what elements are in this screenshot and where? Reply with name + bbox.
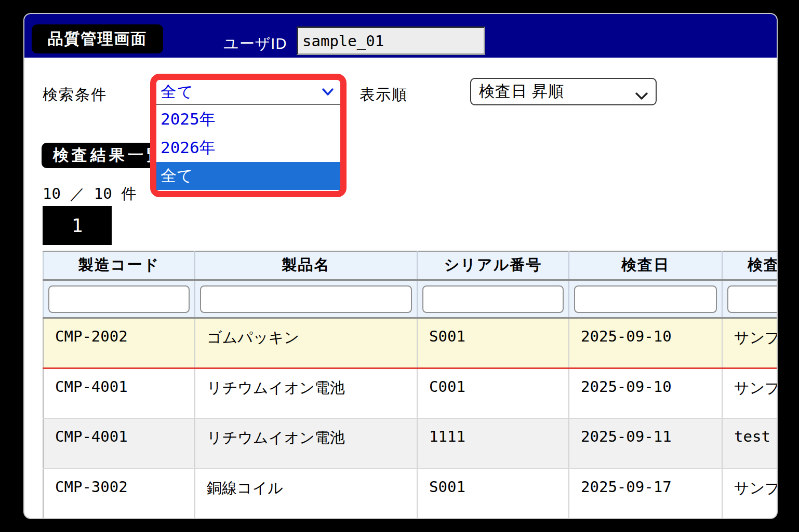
sort-order-value: 検査日 昇順: [479, 81, 564, 102]
dropdown-option-all[interactable]: 全て: [156, 162, 340, 190]
cell-product-name: ゴムパッキン: [195, 318, 417, 368]
cell-manufacturing-code: CMP-3002: [43, 469, 195, 519]
column-header-serial-number: シリアル番号: [417, 251, 569, 280]
chevron-down-icon: [635, 87, 648, 105]
cell-serial-number: C001: [417, 368, 569, 418]
table-row[interactable]: CMP-4001 リチウムイオン電池 C001 2025-09-10 サンプ: [43, 368, 778, 418]
cell-product-name: リチウムイオン電池: [195, 368, 417, 418]
cell-manufacturing-code: CMP-4001: [43, 368, 195, 418]
filter-input-serial-number[interactable]: [422, 285, 564, 313]
filter-input-manufacturing-code[interactable]: [48, 285, 190, 313]
search-condition-label: 検索条件: [43, 85, 107, 105]
cell-inspection-date: 2025-09-11: [569, 418, 722, 469]
table-row[interactable]: CMP-4001 リチウムイオン電池 1111 2025-09-11 test: [43, 418, 778, 469]
chevron-down-icon: [322, 87, 334, 99]
cell-manufacturing-code: CMP-4001: [43, 418, 195, 469]
page-title: 品質管理画面: [32, 24, 163, 53]
dropdown-panel: 2025年 2026年 全て: [156, 105, 340, 190]
cell-serial-number: S001: [417, 318, 569, 368]
table-header-row: 製造コード 製品名 シリアル番号 検査日 検査: [43, 251, 778, 280]
filter-input-inspector[interactable]: [727, 285, 778, 313]
cell-inspection-date: 2025-09-10: [569, 368, 722, 418]
column-header-product-name: 製品名: [195, 251, 417, 280]
result-count: 10 ／ 10 件: [43, 184, 136, 204]
search-condition-select[interactable]: 全て: [156, 80, 340, 105]
cell-serial-number: S001: [417, 469, 569, 519]
user-id-input[interactable]: [297, 26, 485, 55]
search-condition-value: 全て: [156, 80, 340, 104]
filter-row: [43, 280, 778, 318]
column-header-inspection-date: 検査日: [569, 251, 722, 280]
cell-product-name: 銅線コイル: [195, 469, 417, 519]
screen-background: 品質管理画面 ユーザID 検索条件 表示順 検査日 昇順 検査結果一覧 全て: [0, 0, 799, 532]
filter-input-product-name[interactable]: [200, 285, 412, 313]
cell-inspector: サンプ: [722, 368, 778, 418]
annotation-box: 全て 2025年 2026年 全て: [150, 74, 347, 197]
results-table: 製造コード 製品名 シリアル番号 検査日 検査 CMP-2002 ゴム: [43, 251, 778, 519]
cell-inspection-date: 2025-09-17: [569, 469, 722, 519]
column-header-inspector: 検査: [722, 251, 778, 280]
filter-input-inspection-date[interactable]: [574, 285, 717, 313]
dropdown-option-2026[interactable]: 2026年: [156, 133, 340, 162]
quality-management-window: 品質管理画面 ユーザID 検索条件 表示順 検査日 昇順 検査結果一覧 全て: [23, 13, 778, 519]
cell-inspector: test: [722, 418, 778, 469]
cell-serial-number: 1111: [417, 418, 569, 469]
page-button[interactable]: 1: [43, 206, 112, 245]
column-header-manufacturing-code: 製造コード: [43, 251, 195, 280]
sort-order-label: 表示順: [359, 85, 408, 105]
cell-inspection-date: 2025-09-10: [569, 318, 722, 368]
cell-inspector: サンプ: [722, 318, 778, 368]
table-row[interactable]: CMP-3002 銅線コイル S001 2025-09-17 サンプ: [43, 469, 778, 519]
app-header: 品質管理画面 ユーザID: [24, 14, 777, 58]
cell-manufacturing-code: CMP-2002: [43, 318, 195, 368]
sort-order-select[interactable]: 検査日 昇順: [470, 78, 657, 105]
cell-inspector: サンプ: [722, 469, 778, 519]
cell-product-name: リチウムイオン電池: [195, 418, 417, 469]
table-row[interactable]: CMP-2002 ゴムパッキン S001 2025-09-10 サンプ: [43, 318, 778, 368]
dropdown-option-2025[interactable]: 2025年: [156, 105, 340, 133]
user-id-label: ユーザID: [223, 34, 287, 54]
